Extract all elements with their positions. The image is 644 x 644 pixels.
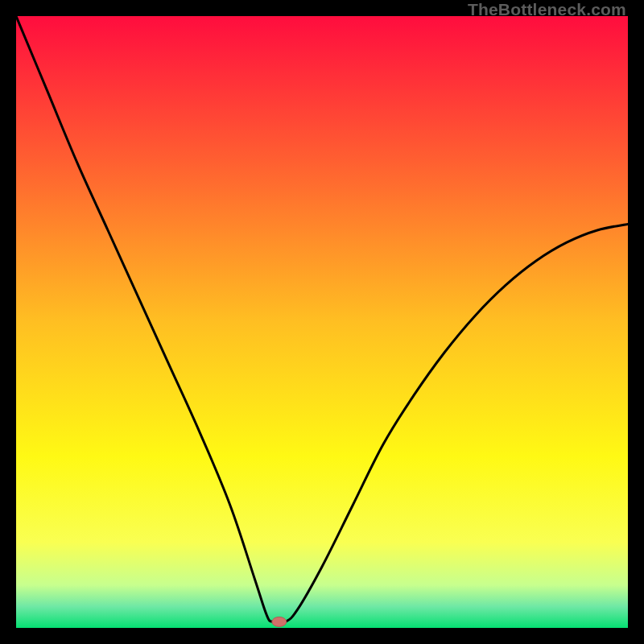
chart-frame	[16, 16, 628, 628]
bottleneck-chart	[16, 16, 628, 628]
chart-background-gradient	[16, 16, 628, 628]
optimum-marker	[272, 617, 287, 626]
